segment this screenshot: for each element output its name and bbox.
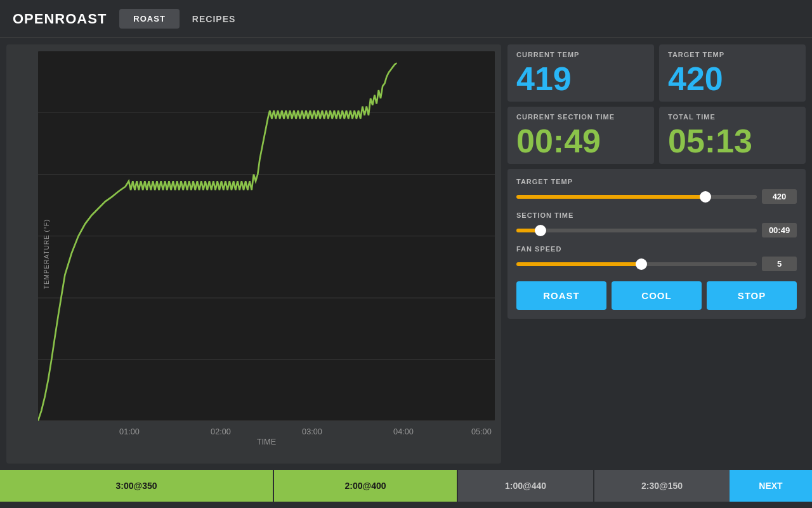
target-temp-card: TARGET TEMP 420 [659,44,806,102]
current-temp-card: CURRENT TEMP 419 [508,44,654,102]
stat-row-2: CURRENT SECTION TIME 00:49 TOTAL TIME 05… [508,107,806,164]
total-time-value: 05:13 [668,124,797,157]
fan-speed-control-label: FAN SPEED [516,245,797,253]
footer-segment-4[interactable]: 2:30@150 [593,470,730,502]
section-time-control: SECTION TIME 00:49 [516,211,797,237]
section-time-input[interactable]: 00:49 [762,223,797,237]
header: OPENROAST ROAST RECIPES [0,0,812,38]
svg-text:TIME: TIME [257,437,276,444]
fan-speed-slider[interactable] [516,262,757,266]
controls-panel: TARGET TEMP 420 SECTION TIME 00:49 FAN S… [508,169,806,319]
stop-button[interactable]: STOP [707,281,797,310]
target-temp-control-label: TARGET TEMP [516,178,797,185]
section-time-slider-row: 00:49 [516,223,797,237]
section-time-value: 00:49 [516,124,645,157]
target-temp-label: TARGET TEMP [668,51,797,58]
fan-speed-input[interactable]: 5 [762,257,797,271]
footer-segment-3[interactable]: 1:00@440 [457,470,593,502]
footer-segment-2[interactable]: 2:00@400 [273,470,457,502]
roast-button[interactable]: ROAST [516,281,606,310]
target-temp-slider-row: 420 [516,189,797,204]
fan-speed-slider-row: 5 [516,257,797,271]
footer-next-button[interactable]: NEXT [730,470,812,502]
section-time-control-label: SECTION TIME [516,211,797,219]
main-area: TEMPERATURE (°F) 450 400 350 300 250 200… [0,38,812,470]
footer-seg3-label: 1:00@440 [505,481,546,491]
current-temp-label: CURRENT TEMP [516,51,645,58]
y-axis-label: TEMPERATURE (°F) [43,219,50,289]
footer-next-label: NEXT [759,481,782,491]
fan-speed-control: FAN SPEED 5 [516,245,797,271]
right-panel: CURRENT TEMP 419 TARGET TEMP 420 CURRENT… [508,44,806,464]
footer-seg2-label: 2:00@400 [344,481,386,491]
nav-roast-button[interactable]: ROAST [119,9,180,29]
target-temp-slider[interactable] [516,195,757,199]
total-time-label: TOTAL TIME [668,113,797,121]
footer-seg1-label: 3:00@350 [115,481,157,491]
section-time-label: CURRENT SECTION TIME [516,113,645,121]
footer: 3:00@350 2:00@400 1:00@440 2:30@150 NEXT [0,470,812,502]
nav-recipes-button[interactable]: RECIPES [192,14,235,24]
stat-row-1: CURRENT TEMP 419 TARGET TEMP 420 [508,44,806,102]
footer-segment-1[interactable]: 3:00@350 [0,470,273,502]
svg-text:01:00: 01:00 [119,427,140,436]
target-temp-control: TARGET TEMP 420 [516,178,797,204]
temperature-chart: 450 400 350 300 250 200 150 01:00 02:00 … [38,51,495,444]
cool-button[interactable]: COOL [612,281,702,310]
current-temp-value: 419 [516,62,645,95]
total-time-card: TOTAL TIME 05:13 [659,107,806,164]
svg-text:02:00: 02:00 [211,427,231,436]
footer-seg4-label: 2:30@150 [641,481,683,491]
chart-container: TEMPERATURE (°F) 450 400 350 300 250 200… [6,44,501,464]
section-time-slider[interactable] [516,229,757,232]
section-time-card: CURRENT SECTION TIME 00:49 [508,107,654,164]
target-temp-input[interactable]: 420 [762,189,797,204]
svg-text:05:00: 05:00 [471,427,492,436]
app-title: OPENROAST [13,11,107,27]
target-temp-value: 420 [668,62,797,95]
svg-text:03:00: 03:00 [302,427,322,436]
svg-text:04:00: 04:00 [393,427,414,436]
action-buttons-row: ROAST COOL STOP [516,281,797,310]
